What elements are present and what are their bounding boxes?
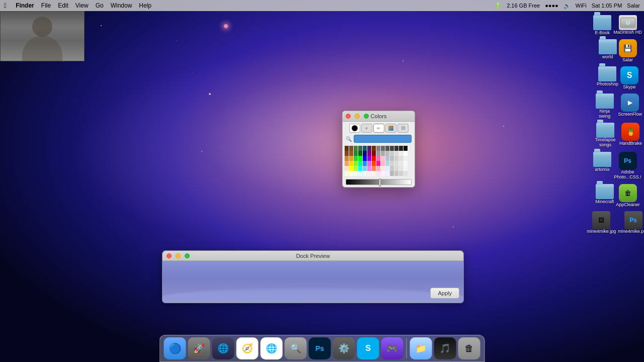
swatch[interactable] [354, 166, 358, 171]
swatch[interactable] [381, 156, 385, 161]
swatch[interactable] [376, 146, 380, 151]
swatch[interactable] [363, 151, 367, 156]
colors-close-btn[interactable] [346, 114, 351, 119]
swatch[interactable] [404, 161, 408, 166]
menu-go[interactable]: Go [96, 2, 104, 9]
color-slider[interactable] [346, 179, 412, 185]
swatch[interactable] [363, 156, 367, 161]
menu-view[interactable]: View [75, 2, 89, 9]
swatch[interactable] [358, 151, 362, 156]
swatch[interactable] [345, 171, 349, 176]
swatch[interactable] [363, 161, 367, 166]
swatch[interactable] [394, 146, 398, 151]
dock-icon-safari[interactable]: 🧭 [236, 337, 259, 359]
dock-icon-finder2[interactable]: 📁 [410, 337, 432, 359]
swatch[interactable] [394, 166, 398, 171]
dock-icon-skype-dock[interactable]: S [357, 337, 379, 359]
swatch[interactable] [385, 146, 389, 151]
swatch[interactable] [394, 161, 398, 166]
swatch[interactable] [394, 156, 398, 161]
colors-min-btn[interactable] [355, 114, 360, 119]
wifi-icon[interactable]: WiFi [576, 3, 587, 9]
apply-button[interactable]: Apply [430, 288, 459, 299]
file-mine4mike-jpg[interactable]: 🖼 mine4mike.jpg [587, 211, 616, 234]
swatch[interactable] [394, 151, 398, 156]
folder-minecraft[interactable]: Minecraft [595, 184, 614, 207]
swatch[interactable] [358, 166, 362, 171]
dock-icon-music[interactable]: 🎵 [434, 337, 456, 359]
swatch[interactable] [404, 166, 408, 171]
tab-wheel[interactable] [349, 124, 360, 133]
swatch[interactable] [381, 161, 385, 166]
app-adobe-ps[interactable]: Ps Adobe Photo...CSS.! [613, 152, 642, 180]
swatch[interactable] [345, 161, 349, 166]
tab-palette[interactable] [385, 124, 396, 133]
swatch[interactable] [354, 171, 358, 176]
swatch[interactable] [381, 171, 385, 176]
swatch[interactable] [390, 151, 394, 156]
app-handbrake[interactable]: 🍍 HandBrake [619, 123, 642, 148]
tab-pencils[interactable]: ✏ [373, 124, 384, 133]
swatch[interactable] [349, 171, 353, 176]
folder-timelapse[interactable]: Timelapse songs [593, 123, 617, 148]
app-skype[interactable]: S Skype [620, 66, 638, 89]
swatch[interactable] [390, 161, 394, 166]
swatch[interactable] [385, 171, 389, 176]
menu-help[interactable]: Help [139, 2, 151, 9]
swatch[interactable] [358, 156, 362, 161]
swatch[interactable] [381, 146, 385, 151]
swatch[interactable] [376, 166, 380, 171]
swatch[interactable] [399, 166, 403, 171]
folder-world[interactable]: world [599, 39, 617, 62]
color-slider-thumb[interactable] [379, 178, 381, 187]
swatch[interactable] [367, 156, 371, 161]
swatch[interactable] [345, 166, 349, 171]
swatch[interactable] [394, 171, 398, 176]
dock-preview-close[interactable] [167, 253, 172, 258]
dock-icon-launchpad[interactable]: 🚀 [188, 337, 210, 359]
dock-preview-min[interactable] [176, 253, 181, 258]
swatch[interactable] [404, 151, 408, 156]
swatch[interactable] [372, 151, 376, 156]
swatch[interactable] [367, 146, 371, 151]
swatch[interactable] [390, 171, 394, 176]
swatch[interactable] [349, 151, 353, 156]
swatch[interactable] [372, 156, 376, 161]
dock-icon-trash[interactable]: 🗑 [458, 337, 480, 359]
swatch[interactable] [376, 161, 380, 166]
swatch[interactable] [349, 156, 353, 161]
swatch[interactable] [354, 151, 358, 156]
swatch[interactable] [367, 151, 371, 156]
menu-edit[interactable]: Edit [58, 2, 68, 9]
swatch[interactable] [358, 146, 362, 151]
swatch[interactable] [363, 146, 367, 151]
swatch[interactable] [345, 156, 349, 161]
folder-photoshop[interactable]: Photoshop [597, 66, 618, 89]
app-screenflow[interactable]: ▶ ScreenFlow [618, 94, 642, 119]
dock-icon-mission[interactable]: 🌐 [212, 337, 234, 359]
swatch[interactable] [358, 171, 362, 176]
app-appcleaner[interactable]: 🗑 AppCleaner [616, 184, 640, 207]
colors-search-bar[interactable] [354, 135, 412, 143]
swatch[interactable] [404, 171, 408, 176]
swatch[interactable] [372, 166, 376, 171]
swatch[interactable] [372, 171, 376, 176]
swatch[interactable] [385, 166, 389, 171]
file-mine4mike-psd[interactable]: Ps mine4mike.psd [618, 211, 644, 234]
swatch[interactable] [404, 146, 408, 151]
dock-preview-max[interactable] [185, 253, 190, 258]
dock-icon-extras[interactable]: ⚙️ [333, 337, 355, 359]
swatch[interactable] [399, 156, 403, 161]
macintosh-hd[interactable]: 💿 Macintosh HD [613, 15, 642, 35]
dock-icon-clock[interactable]: 🔍 [285, 337, 307, 359]
swatch[interactable] [354, 156, 358, 161]
menu-finder[interactable]: Finder [16, 2, 34, 9]
swatch[interactable] [372, 146, 376, 151]
swatch[interactable] [363, 171, 367, 176]
dock-icon-game[interactable]: 🎮 [381, 337, 404, 359]
swatch[interactable] [385, 156, 389, 161]
swatch[interactable] [399, 146, 403, 151]
swatch[interactable] [354, 161, 358, 166]
swatch[interactable] [399, 161, 403, 166]
swatch[interactable] [372, 161, 376, 166]
